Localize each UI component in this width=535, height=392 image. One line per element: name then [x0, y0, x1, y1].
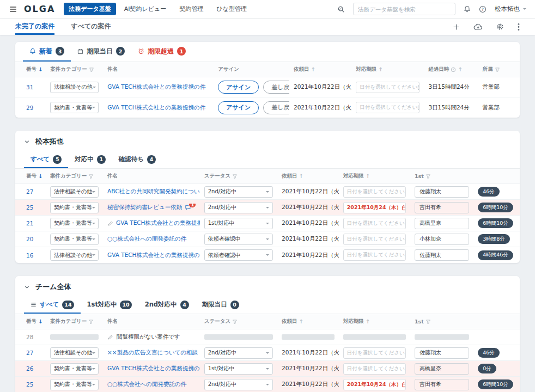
status-select[interactable]: 1st/対応中	[204, 363, 273, 375]
case-number-link[interactable]: 31	[26, 84, 33, 90]
kebab-menu-icon[interactable]	[518, 23, 520, 31]
status-select[interactable]: 2nd/対応中	[204, 202, 273, 213]
deadline-date-picker[interactable]: 日付を選択してください	[356, 82, 420, 93]
category-select[interactable]: 法律相談その他	[50, 186, 99, 198]
deadline-date-picker[interactable]: 日付を選択してください	[356, 102, 420, 113]
tab-all[interactable]: すべて14	[24, 297, 81, 314]
category-select[interactable]: 法律相談その他	[50, 347, 99, 359]
case-title-link[interactable]: GVA TECH株式会社との業務提携の件	[107, 83, 205, 91]
first-responder-select[interactable]: 吉田有希	[415, 379, 469, 390]
deadline-date-picker[interactable]: 日付を選択してください	[343, 249, 406, 261]
tab-second-in-progress[interactable]: 2nd対応中4	[138, 297, 196, 314]
filter-icon[interactable]	[425, 174, 431, 179]
case-title-link[interactable]: GVA TECH株式会社との業務提携の件	[116, 219, 200, 227]
status-select[interactable]: 2nd/対応中	[204, 186, 273, 198]
first-responder-select[interactable]: 小林加奈	[415, 234, 469, 245]
category-select[interactable]: 契約書・覚書等	[50, 379, 99, 390]
sort-asc-icon[interactable]: ↑	[366, 318, 370, 324]
filter-icon[interactable]	[495, 67, 500, 72]
tab-all-cases[interactable]: すべての案件	[71, 19, 111, 35]
sort-desc-icon[interactable]: ↓	[38, 173, 42, 179]
hamburger-menu-icon[interactable]	[9, 5, 17, 13]
deadline-date-picker[interactable]: 日付を選択してください	[343, 347, 406, 359]
nav-item-contract-management[interactable]: 契約管理	[174, 3, 208, 15]
search-input[interactable]	[358, 6, 451, 13]
filter-icon[interactable]	[425, 319, 431, 324]
status-select[interactable]: 2nd/対応中	[204, 347, 273, 359]
nav-item-template-management[interactable]: ひな型管理	[211, 3, 252, 15]
send-back-button[interactable]: 差し戻し	[263, 101, 289, 114]
case-title-link[interactable]: GVA TECH株式会社との業務提携の件	[107, 365, 200, 372]
user-menu[interactable]: 松本拓也	[495, 5, 526, 13]
case-number-link[interactable]: 25	[26, 381, 33, 388]
sort-desc-icon[interactable]: ↓	[38, 66, 42, 72]
sort-asc-icon[interactable]: ↑	[378, 66, 382, 72]
tab-overdue[interactable]: 期限超過 1	[131, 42, 192, 62]
first-responder-select[interactable]: 吉田有希	[415, 202, 469, 213]
tab-new-arrivals[interactable]: 新着 3	[23, 42, 71, 62]
status-select[interactable]: 2nd/対応中	[204, 379, 273, 390]
nav-item-legal-data-platform[interactable]: 法務データ基盤	[64, 3, 116, 15]
case-number-link[interactable]: 26	[26, 365, 33, 372]
status-select[interactable]: 依頼者確認中	[204, 234, 273, 245]
tab-all[interactable]: すべて5	[24, 151, 68, 168]
category-select[interactable]: 契約書・覚書等	[50, 218, 99, 229]
case-title-link[interactable]: ××製品の広告文言についての相談	[107, 349, 198, 357]
tab-awaiting-confirmation[interactable]: 確認待ち4	[112, 151, 162, 168]
tab-incomplete-cases[interactable]: 未完了の案件	[15, 19, 54, 35]
deadline-date-picker[interactable]: 日付を選択してください	[343, 218, 406, 229]
case-number-link[interactable]: 29	[26, 105, 33, 111]
deadline-date-picker[interactable]: 日付を選択してください	[343, 186, 406, 198]
assign-button[interactable]: アサイン	[218, 101, 259, 114]
deadline-date-picker[interactable]: 日付を選択してください	[343, 363, 406, 375]
personal-section-header[interactable]: 松本拓也	[15, 131, 520, 151]
status-select[interactable]: 依頼者確認中	[204, 249, 273, 261]
notification-bell-icon[interactable]	[464, 5, 471, 13]
category-select[interactable]: 契約書・覚書等	[50, 234, 99, 245]
tab-in-progress[interactable]: 対応中1	[68, 151, 112, 168]
category-select[interactable]: 契約書・覚書等	[50, 102, 99, 113]
case-title-link[interactable]: ○○株式会社への開発委託の件	[107, 381, 186, 388]
case-title-link[interactable]: ABC社との共同研究開発契約について	[107, 188, 200, 195]
filter-icon[interactable]	[88, 319, 94, 324]
add-case-icon[interactable]	[453, 23, 460, 30]
sort-desc-icon[interactable]: ↓	[38, 318, 42, 324]
case-title-link[interactable]: GVA TECH株式会社との業務提携の件	[107, 104, 205, 112]
case-title-link[interactable]: 秘密保持契約書レビュー依頼	[107, 204, 182, 211]
filter-icon[interactable]	[88, 174, 94, 179]
advanced-search-icon[interactable]	[337, 5, 345, 13]
tab-due-today[interactable]: 期限当日 2	[71, 42, 131, 62]
category-select[interactable]: 法律相談その他	[50, 249, 99, 261]
case-number-link[interactable]: 27	[26, 350, 33, 356]
case-number-link[interactable]: 25	[26, 204, 33, 211]
send-back-button[interactable]: 差し戻し	[263, 81, 289, 94]
case-title-link[interactable]: ○○株式会社への開発委託の件	[107, 235, 186, 243]
filter-icon[interactable]	[232, 319, 238, 324]
sort-asc-icon[interactable]: ↑	[458, 66, 462, 72]
filter-icon[interactable]	[232, 174, 238, 179]
status-select[interactable]: 1st/対応中	[204, 218, 273, 229]
deadline-date-picker[interactable]: 2021年10月24（木）	[343, 202, 406, 213]
assign-button[interactable]: アサイン	[218, 81, 259, 94]
filter-icon[interactable]	[89, 67, 94, 72]
first-responder-select[interactable]: 高橋里奈	[415, 218, 469, 229]
case-number-link[interactable]: 27	[26, 188, 33, 195]
cloud-download-icon[interactable]	[473, 23, 483, 30]
nav-item-ai-contract-review[interactable]: AI契約レビュー	[119, 3, 172, 15]
deadline-date-picker[interactable]: 日付を選択してください	[343, 234, 406, 245]
first-responder-select[interactable]: 佐藤翔太	[415, 347, 469, 359]
sort-asc-icon[interactable]: ↑	[299, 318, 303, 324]
sort-asc-icon[interactable]: ↑	[311, 66, 315, 72]
category-select[interactable]: 法律相談その他	[50, 82, 99, 93]
first-responder-select[interactable]: 佐藤翔太	[415, 186, 469, 198]
case-number-link[interactable]: 21	[26, 220, 33, 226]
settings-gear-icon[interactable]	[496, 23, 504, 30]
sort-asc-icon[interactable]: ↑	[366, 173, 370, 179]
deadline-date-picker[interactable]: 2021年10月24（木）	[343, 379, 406, 390]
tab-first-in-progress[interactable]: 1st対応中10	[81, 297, 138, 314]
sort-asc-icon[interactable]: ↑	[299, 173, 303, 179]
team-section-header[interactable]: チーム全体	[15, 276, 520, 297]
category-select[interactable]: 契約書・覚書等	[50, 202, 99, 213]
help-icon[interactable]: ?	[479, 5, 487, 13]
first-responder-select[interactable]: 佐藤翔太	[415, 249, 469, 261]
